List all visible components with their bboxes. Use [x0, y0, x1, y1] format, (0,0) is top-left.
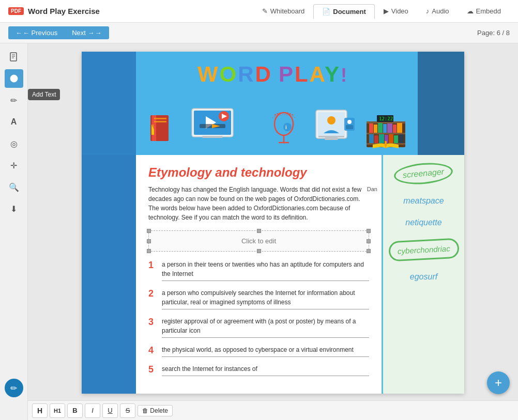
audio-icon: ♪	[426, 7, 430, 15]
move-icon: ✛	[10, 161, 17, 170]
prev-arrow-icon: ←	[16, 29, 22, 37]
zoom-tool-button[interactable]: 🔍	[5, 178, 23, 196]
book-icon	[148, 110, 181, 146]
resize-handle-bm[interactable]	[257, 249, 261, 253]
intro-text: Technology has changed the English langu…	[148, 185, 369, 222]
download-icon: ⬇	[10, 204, 17, 214]
page-content: Etymology and technology Technology has …	[82, 155, 464, 394]
svg-rect-26	[325, 137, 338, 140]
video-screen-icon	[189, 106, 256, 150]
resize-handle-tr[interactable]	[367, 229, 371, 233]
text-tool-button[interactable]: A	[5, 113, 23, 131]
bold-button[interactable]: B	[67, 403, 83, 418]
shape-tool-button[interactable]: ◎	[5, 134, 23, 153]
resize-handle-tm[interactable]	[257, 229, 261, 233]
left-sidebar: ✏ A Add Text ◎ ✛ 🔍 ⬇ ✏	[0, 43, 28, 420]
svg-rect-47	[389, 134, 393, 143]
move-tool-button[interactable]: ✛	[5, 156, 23, 175]
resize-handle-rm[interactable]	[367, 239, 371, 243]
svg-rect-8	[154, 121, 166, 122]
svg-rect-41	[393, 125, 397, 133]
svg-rect-36	[369, 123, 373, 133]
resize-handle-bl[interactable]	[147, 249, 151, 253]
plus-icon: +	[495, 376, 502, 390]
header-left-band	[82, 52, 136, 155]
tab-audio[interactable]: ♪ Audio	[417, 4, 458, 19]
pencil-tool-button[interactable]: ✏	[5, 91, 23, 110]
word-bubble-cyberchondriac: cyberchondriac	[388, 238, 460, 261]
strikethrough-button[interactable]: S	[120, 403, 135, 418]
next-button[interactable]: Next → →	[65, 26, 109, 39]
list-item: 3 register approval of or agreement with…	[148, 317, 369, 338]
download-tool-button[interactable]: ⬇	[5, 199, 23, 218]
resize-handle-br[interactable]	[367, 249, 371, 253]
word-bubble-screenager: screenager	[393, 161, 454, 186]
page-header: WORDPLAY!	[82, 52, 464, 155]
svg-rect-43	[369, 134, 374, 143]
underline-button[interactable]: U	[102, 403, 118, 418]
tab-embedd[interactable]: ☁ Embedd	[458, 4, 510, 19]
svg-point-30	[347, 120, 352, 124]
edit-pencil-icon: ✏	[10, 383, 17, 393]
document-view[interactable]: WORDPLAY!	[28, 43, 518, 420]
click-to-edit-box[interactable]: Click to edit	[148, 230, 369, 252]
pencil-icon: ✏	[10, 96, 17, 105]
svg-rect-49	[399, 134, 404, 143]
svg-text:12:22: 12:22	[379, 116, 393, 121]
edit-fab-button[interactable]: ✏	[5, 379, 23, 397]
tab-video[interactable]: ▶ Video	[375, 4, 417, 19]
app-icon: PDF	[8, 7, 24, 15]
svg-rect-45	[379, 134, 384, 143]
zoom-icon: 🔍	[9, 182, 19, 192]
toolbar-row: ← ← Previous Next → → Page: 6 / 8	[0, 23, 518, 43]
svg-point-28	[327, 116, 336, 125]
document-icon: 📄	[322, 8, 330, 15]
content-right: screenager meatspace netiquette cybercho…	[382, 155, 464, 394]
top-navigation: PDF Word Play Exercise ✎ Whiteboard 📄 Do…	[0, 0, 518, 23]
page-main-title: WORDPLAY!	[197, 62, 348, 87]
svg-rect-48	[394, 135, 398, 143]
word-plain-egosurf: egosurf	[410, 272, 437, 282]
add-fab-button[interactable]: +	[487, 371, 510, 394]
content-left-band	[82, 155, 136, 394]
svg-rect-31	[346, 125, 353, 129]
next-arrow-icon: →	[95, 29, 102, 37]
page-icon	[9, 52, 19, 61]
heading-button[interactable]: H	[32, 403, 48, 418]
video-icon: ▶	[384, 7, 389, 15]
svg-rect-7	[154, 118, 166, 119]
format-toolbar: H H1 B I U S 🗑 Delete	[28, 400, 518, 420]
embedd-icon: ☁	[467, 7, 474, 15]
add-text-tooltip: Add Text	[28, 89, 60, 100]
list-item: 4 the physical world, as opposed to cybe…	[148, 345, 369, 357]
resize-handle-lm[interactable]	[147, 239, 151, 243]
tab-whiteboard[interactable]: ✎ Whiteboard	[253, 4, 313, 19]
word-plain-meatspace: meatspace	[403, 196, 444, 206]
list-item: 1 a person in their teens or twenties wh…	[148, 260, 369, 281]
resize-handle-tl[interactable]	[147, 229, 151, 233]
list-item: 5 search the Internet for instances of	[148, 364, 369, 376]
section-title: Etymology and technology	[148, 165, 369, 180]
app-title: Word Play Exercise	[28, 7, 100, 15]
circle-tool-button[interactable]	[5, 69, 23, 88]
svg-rect-0	[10, 53, 17, 61]
header-right-band	[418, 52, 464, 155]
document-page: WORDPLAY!	[82, 52, 464, 394]
svg-rect-42	[397, 123, 402, 133]
tab-document[interactable]: 📄 Document	[313, 4, 375, 19]
previous-button[interactable]: ← ← Previous	[8, 26, 65, 39]
numbered-list: 1 a person in their teens or twenties wh…	[148, 260, 369, 376]
list-item: 2 a person who compulsively searches the…	[148, 288, 369, 309]
word-plain-netiquette: netiquette	[405, 218, 441, 227]
nav-tabs: ✎ Whiteboard 📄 Document ▶ Video ♪ Audio …	[253, 4, 510, 19]
dan-label: Dan	[367, 186, 377, 192]
whiteboard-icon: ✎	[262, 7, 268, 15]
italic-button[interactable]: I	[85, 403, 100, 418]
svg-rect-27	[318, 136, 344, 137]
bookshelf-icon: 12:22	[365, 106, 409, 150]
svg-text:i: i	[285, 125, 287, 130]
h1-button[interactable]: H1	[50, 403, 65, 418]
delete-button[interactable]: 🗑 Delete	[138, 405, 173, 416]
circle-icon	[9, 74, 19, 83]
page-tool-button[interactable]	[5, 48, 23, 66]
